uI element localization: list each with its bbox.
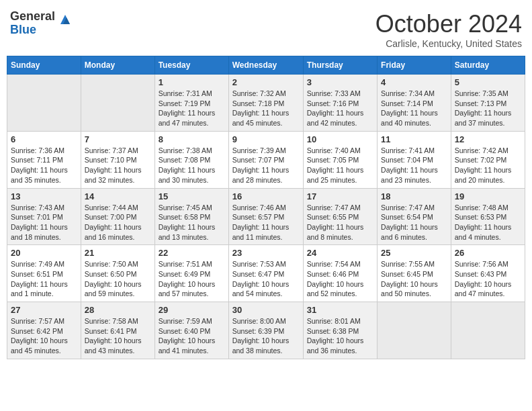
calendar-cell: 11Sunrise: 7:41 AM Sunset: 7:04 PM Dayli… bbox=[378, 131, 451, 188]
day-number: 29 bbox=[159, 305, 225, 315]
day-number: 21 bbox=[85, 248, 151, 258]
day-info: Sunrise: 7:41 AM Sunset: 7:04 PM Dayligh… bbox=[381, 146, 447, 185]
day-number: 16 bbox=[232, 191, 300, 201]
day-number: 28 bbox=[85, 305, 151, 315]
day-info: Sunrise: 7:54 AM Sunset: 6:46 PM Dayligh… bbox=[307, 259, 373, 299]
day-number: 31 bbox=[307, 305, 373, 315]
day-number: 17 bbox=[307, 191, 373, 201]
calendar-header-row: SundayMondayTuesdayWednesdayThursdayFrid… bbox=[7, 56, 525, 75]
calendar-cell: 13Sunrise: 7:43 AM Sunset: 7:01 PM Dayli… bbox=[7, 188, 81, 245]
logo-blue: Blue bbox=[10, 24, 55, 37]
day-info: Sunrise: 7:58 AM Sunset: 6:41 PM Dayligh… bbox=[85, 316, 151, 356]
day-number: 20 bbox=[11, 248, 77, 258]
day-number: 8 bbox=[159, 134, 225, 144]
weekday-header: Tuesday bbox=[154, 56, 228, 75]
day-number: 9 bbox=[232, 134, 300, 144]
day-number: 15 bbox=[159, 191, 225, 201]
weekday-header: Monday bbox=[81, 56, 154, 75]
day-number: 25 bbox=[381, 248, 447, 258]
day-number: 7 bbox=[85, 134, 151, 144]
calendar-cell: 3Sunrise: 7:33 AM Sunset: 7:16 PM Daylig… bbox=[303, 75, 377, 132]
logo-icon bbox=[58, 12, 73, 30]
calendar-cell: 18Sunrise: 7:47 AM Sunset: 6:54 PM Dayli… bbox=[378, 188, 451, 245]
calendar-week-row: 20Sunrise: 7:49 AM Sunset: 6:51 PM Dayli… bbox=[7, 245, 525, 302]
calendar-cell: 4Sunrise: 7:34 AM Sunset: 7:14 PM Daylig… bbox=[378, 75, 451, 132]
calendar-cell: 30Sunrise: 8:00 AM Sunset: 6:39 PM Dayli… bbox=[228, 302, 303, 359]
calendar-cell: 21Sunrise: 7:50 AM Sunset: 6:50 PM Dayli… bbox=[81, 245, 154, 302]
calendar-cell: 27Sunrise: 7:57 AM Sunset: 6:42 PM Dayli… bbox=[7, 302, 81, 359]
day-number: 22 bbox=[159, 248, 225, 258]
day-info: Sunrise: 7:33 AM Sunset: 7:16 PM Dayligh… bbox=[307, 89, 373, 128]
day-info: Sunrise: 7:56 AM Sunset: 6:43 PM Dayligh… bbox=[455, 259, 521, 299]
calendar-cell: 22Sunrise: 7:51 AM Sunset: 6:49 PM Dayli… bbox=[154, 245, 228, 302]
calendar-cell: 29Sunrise: 7:59 AM Sunset: 6:40 PM Dayli… bbox=[154, 302, 228, 359]
day-info: Sunrise: 7:37 AM Sunset: 7:10 PM Dayligh… bbox=[85, 146, 151, 185]
day-info: Sunrise: 7:48 AM Sunset: 6:53 PM Dayligh… bbox=[455, 203, 521, 242]
calendar-week-row: 13Sunrise: 7:43 AM Sunset: 7:01 PM Dayli… bbox=[7, 188, 525, 245]
calendar-cell: 8Sunrise: 7:38 AM Sunset: 7:08 PM Daylig… bbox=[154, 131, 228, 188]
day-number: 13 bbox=[11, 191, 77, 201]
day-number: 24 bbox=[307, 248, 373, 258]
calendar-cell: 12Sunrise: 7:42 AM Sunset: 7:02 PM Dayli… bbox=[451, 131, 525, 188]
day-number: 6 bbox=[11, 134, 77, 144]
weekday-header: Friday bbox=[378, 56, 451, 75]
calendar-cell: 9Sunrise: 7:39 AM Sunset: 7:07 PM Daylig… bbox=[228, 131, 303, 188]
weekday-header: Sunday bbox=[7, 56, 81, 75]
month-title: October 2024 bbox=[375, 10, 522, 38]
calendar-cell: 16Sunrise: 7:46 AM Sunset: 6:57 PM Dayli… bbox=[228, 188, 303, 245]
calendar-cell bbox=[7, 75, 81, 132]
logo: General Blue bbox=[10, 10, 73, 37]
day-number: 18 bbox=[381, 191, 447, 201]
calendar-cell: 7Sunrise: 7:37 AM Sunset: 7:10 PM Daylig… bbox=[81, 131, 154, 188]
calendar-cell bbox=[451, 302, 525, 359]
day-number: 12 bbox=[455, 134, 521, 144]
day-number: 27 bbox=[11, 305, 77, 315]
logo-text: General Blue bbox=[10, 10, 55, 37]
calendar-cell: 19Sunrise: 7:48 AM Sunset: 6:53 PM Dayli… bbox=[451, 188, 525, 245]
calendar-week-row: 6Sunrise: 7:36 AM Sunset: 7:11 PM Daylig… bbox=[7, 131, 525, 188]
location: Carlisle, Kentucky, United States bbox=[375, 38, 522, 49]
day-number: 11 bbox=[381, 134, 447, 144]
day-info: Sunrise: 7:55 AM Sunset: 6:45 PM Dayligh… bbox=[381, 259, 447, 299]
weekday-header: Saturday bbox=[451, 56, 525, 75]
calendar-cell: 15Sunrise: 7:45 AM Sunset: 6:58 PM Dayli… bbox=[154, 188, 228, 245]
calendar-cell: 1Sunrise: 7:31 AM Sunset: 7:19 PM Daylig… bbox=[154, 75, 228, 132]
calendar-cell: 26Sunrise: 7:56 AM Sunset: 6:43 PM Dayli… bbox=[451, 245, 525, 302]
day-info: Sunrise: 7:34 AM Sunset: 7:14 PM Dayligh… bbox=[381, 89, 447, 128]
day-number: 1 bbox=[159, 77, 225, 87]
day-number: 14 bbox=[85, 191, 151, 201]
day-info: Sunrise: 7:46 AM Sunset: 6:57 PM Dayligh… bbox=[232, 203, 300, 242]
day-info: Sunrise: 7:32 AM Sunset: 7:18 PM Dayligh… bbox=[232, 89, 300, 128]
calendar-week-row: 1Sunrise: 7:31 AM Sunset: 7:19 PM Daylig… bbox=[7, 75, 525, 132]
day-info: Sunrise: 7:45 AM Sunset: 6:58 PM Dayligh… bbox=[159, 203, 225, 242]
calendar-cell bbox=[378, 302, 451, 359]
day-info: Sunrise: 7:57 AM Sunset: 6:42 PM Dayligh… bbox=[11, 316, 77, 356]
day-number: 5 bbox=[455, 77, 521, 87]
calendar-cell: 14Sunrise: 7:44 AM Sunset: 7:00 PM Dayli… bbox=[81, 188, 154, 245]
weekday-header: Thursday bbox=[303, 56, 377, 75]
day-info: Sunrise: 7:42 AM Sunset: 7:02 PM Dayligh… bbox=[455, 146, 521, 185]
day-info: Sunrise: 7:47 AM Sunset: 6:55 PM Dayligh… bbox=[307, 203, 373, 242]
day-info: Sunrise: 7:50 AM Sunset: 6:50 PM Dayligh… bbox=[85, 259, 151, 299]
day-info: Sunrise: 7:31 AM Sunset: 7:19 PM Dayligh… bbox=[159, 89, 225, 128]
calendar-cell: 5Sunrise: 7:35 AM Sunset: 7:13 PM Daylig… bbox=[451, 75, 525, 132]
day-number: 2 bbox=[232, 77, 300, 87]
day-info: Sunrise: 7:40 AM Sunset: 7:05 PM Dayligh… bbox=[307, 146, 373, 185]
day-info: Sunrise: 7:36 AM Sunset: 7:11 PM Dayligh… bbox=[11, 146, 77, 185]
calendar-cell: 24Sunrise: 7:54 AM Sunset: 6:46 PM Dayli… bbox=[303, 245, 377, 302]
calendar-cell: 2Sunrise: 7:32 AM Sunset: 7:18 PM Daylig… bbox=[228, 75, 303, 132]
day-number: 3 bbox=[307, 77, 373, 87]
day-info: Sunrise: 7:44 AM Sunset: 7:00 PM Dayligh… bbox=[85, 203, 151, 242]
calendar-cell: 23Sunrise: 7:53 AM Sunset: 6:47 PM Dayli… bbox=[228, 245, 303, 302]
day-info: Sunrise: 7:43 AM Sunset: 7:01 PM Dayligh… bbox=[11, 203, 77, 242]
calendar-cell: 6Sunrise: 7:36 AM Sunset: 7:11 PM Daylig… bbox=[7, 131, 81, 188]
day-number: 19 bbox=[455, 191, 521, 201]
day-number: 10 bbox=[307, 134, 373, 144]
calendar-week-row: 27Sunrise: 7:57 AM Sunset: 6:42 PM Dayli… bbox=[7, 302, 525, 359]
weekday-header: Wednesday bbox=[228, 56, 303, 75]
day-number: 23 bbox=[232, 248, 300, 258]
day-number: 30 bbox=[232, 305, 300, 315]
calendar-cell: 25Sunrise: 7:55 AM Sunset: 6:45 PM Dayli… bbox=[378, 245, 451, 302]
day-info: Sunrise: 7:47 AM Sunset: 6:54 PM Dayligh… bbox=[381, 203, 447, 242]
calendar-cell: 20Sunrise: 7:49 AM Sunset: 6:51 PM Dayli… bbox=[7, 245, 81, 302]
